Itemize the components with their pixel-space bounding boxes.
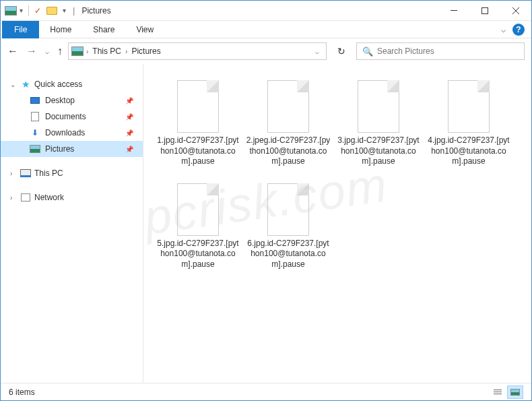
file-thumbnail bbox=[442, 80, 495, 133]
titlebar: ▾ ✓ ▾ | Pictures bbox=[1, 1, 531, 21]
sidebar-item-documents[interactable]: Documents 📌 bbox=[1, 109, 143, 125]
breadcrumb-pictures[interactable]: Pictures bbox=[129, 45, 163, 57]
this-pc-label: This PC bbox=[34, 168, 63, 178]
share-tab[interactable]: Share bbox=[82, 22, 125, 37]
svg-rect-0 bbox=[451, 10, 457, 11]
ribbon-right: ⌵ ? bbox=[501, 24, 531, 36]
titlebar-left: ▾ ✓ ▾ | Pictures bbox=[5, 5, 111, 16]
sidebar-item-label: Pictures bbox=[45, 144, 74, 154]
sidebar-item-label: Desktop bbox=[45, 96, 75, 105]
file-thumbnail bbox=[172, 80, 224, 133]
content-area: ⌄ ★ Quick access Desktop 📌 Documents 📌 ⬇… bbox=[1, 64, 531, 382]
qat-separator bbox=[28, 5, 29, 16]
search-input[interactable] bbox=[377, 47, 519, 56]
svg-rect-1 bbox=[482, 7, 488, 13]
address-bar-row: ← → ⌵ ↑ › This PC › Pictures ⌵ ↻ 🔍 bbox=[1, 38, 531, 64]
file-name: 5.jpg.id-C279F237.[python100@tutanota.co… bbox=[156, 239, 240, 270]
forward-button[interactable]: → bbox=[26, 45, 37, 57]
address-bar-end: ⌵ bbox=[315, 48, 323, 55]
new-folder-qat-icon[interactable] bbox=[46, 7, 57, 15]
file-item[interactable]: 5.jpg.id-C279F237.[python100@tutanota.co… bbox=[153, 181, 243, 273]
file-item[interactable]: 1.jpg.id-C279F237.[python100@tutanota.co… bbox=[153, 78, 243, 170]
maximize-icon bbox=[481, 7, 488, 14]
search-box[interactable]: 🔍 bbox=[356, 42, 525, 60]
crumb-sep-icon[interactable]: › bbox=[125, 48, 127, 55]
file-name: 1.jpg.id-C279F237.[python100@tutanota.co… bbox=[156, 135, 240, 167]
thumbnails-view-button[interactable] bbox=[507, 385, 523, 399]
crumb-sep-icon[interactable]: › bbox=[86, 48, 88, 55]
desktop-icon bbox=[30, 97, 40, 104]
sidebar-item-label: Downloads bbox=[45, 128, 85, 137]
title-separator: | bbox=[73, 5, 75, 16]
sidebar-item-desktop[interactable]: Desktop 📌 bbox=[1, 92, 143, 109]
address-bar[interactable]: › This PC › Pictures ⌵ bbox=[68, 42, 327, 60]
home-tab[interactable]: Home bbox=[39, 22, 82, 37]
details-view-icon bbox=[494, 390, 502, 394]
help-icon[interactable]: ? bbox=[512, 24, 525, 36]
breadcrumb-this-pc[interactable]: This PC bbox=[90, 45, 124, 57]
location-icon bbox=[71, 47, 84, 56]
window-controls bbox=[438, 1, 531, 21]
file-thumbnail bbox=[172, 183, 224, 236]
qat-dropdown-icon[interactable]: ▾ bbox=[20, 7, 23, 14]
expand-icon[interactable]: › bbox=[10, 170, 17, 177]
star-icon: ★ bbox=[20, 79, 32, 90]
history-dropdown-icon[interactable]: ⌵ bbox=[45, 48, 49, 55]
file-thumbnail bbox=[352, 80, 405, 133]
this-pc-node[interactable]: › This PC bbox=[1, 165, 143, 181]
maximize-button[interactable] bbox=[469, 1, 500, 21]
pin-icon: 📌 bbox=[125, 146, 133, 153]
network-icon bbox=[21, 193, 30, 202]
properties-qat-icon[interactable]: ✓ bbox=[34, 6, 44, 16]
pin-icon: 📌 bbox=[125, 97, 133, 104]
pin-icon: 📌 bbox=[125, 129, 133, 137]
view-toggle bbox=[490, 385, 523, 399]
file-item[interactable]: 4.jpg.id-C279F237.[python100@tutanota.co… bbox=[424, 78, 514, 170]
collapse-icon[interactable]: ⌄ bbox=[10, 81, 17, 88]
files-view[interactable]: 1.jpg.id-C279F237.[python100@tutanota.co… bbox=[143, 64, 531, 382]
close-button[interactable] bbox=[500, 1, 531, 21]
pictures-icon bbox=[30, 145, 40, 153]
nav-arrows: ← → ⌵ ↑ bbox=[7, 45, 63, 57]
back-button[interactable]: ← bbox=[7, 45, 18, 57]
close-icon bbox=[512, 7, 519, 14]
up-button[interactable]: ↑ bbox=[57, 45, 63, 57]
status-bar: 6 items bbox=[1, 383, 531, 400]
window-title: Pictures bbox=[81, 6, 110, 16]
search-icon: 🔍 bbox=[362, 47, 373, 57]
ribbon-expand-icon[interactable]: ⌵ bbox=[501, 25, 506, 34]
file-thumbnail bbox=[262, 183, 314, 236]
navigation-pane[interactable]: ⌄ ★ Quick access Desktop 📌 Documents 📌 ⬇… bbox=[1, 64, 143, 382]
download-icon: ⬇ bbox=[32, 128, 38, 137]
pin-icon: 📌 bbox=[125, 113, 133, 121]
file-name: 3.jpg.id-C279F237.[python100@tutanota.co… bbox=[336, 135, 421, 167]
network-label: Network bbox=[34, 193, 64, 202]
pc-icon bbox=[20, 169, 31, 177]
minimize-icon bbox=[451, 10, 457, 11]
address-dropdown-icon[interactable]: ⌵ bbox=[315, 48, 319, 55]
qat-customize-icon[interactable]: ▾ bbox=[63, 7, 66, 14]
file-item[interactable]: 2.jpeg.id-C279F237.[python100@tutanota.c… bbox=[243, 78, 333, 170]
file-thumbnail bbox=[262, 80, 314, 133]
ribbon-tabs: File Home Share View ⌵ ? bbox=[1, 21, 531, 38]
refresh-button[interactable]: ↻ bbox=[337, 46, 345, 57]
quick-access-node[interactable]: ⌄ ★ Quick access bbox=[1, 76, 143, 92]
expand-icon[interactable]: › bbox=[10, 194, 17, 202]
file-name: 4.jpg.id-C279F237.[python100@tutanota.co… bbox=[426, 135, 511, 167]
thumbnails-view-icon bbox=[510, 389, 520, 396]
file-item[interactable]: 6.jpg.id-C279F237.[python100@tutanota.co… bbox=[243, 181, 333, 273]
network-node[interactable]: › Network bbox=[1, 189, 143, 206]
item-count: 6 items bbox=[9, 388, 35, 397]
view-tab[interactable]: View bbox=[125, 22, 164, 37]
sidebar-item-pictures[interactable]: Pictures 📌 bbox=[1, 141, 143, 157]
file-item[interactable]: 3.jpg.id-C279F237.[python100@tutanota.co… bbox=[333, 78, 424, 170]
sidebar-item-downloads[interactable]: ⬇ Downloads 📌 bbox=[1, 125, 143, 141]
file-name: 6.jpg.id-C279F237.[python100@tutanota.co… bbox=[246, 239, 331, 270]
sidebar-item-label: Documents bbox=[45, 112, 86, 121]
details-view-button[interactable] bbox=[490, 385, 506, 399]
document-icon bbox=[31, 112, 39, 121]
file-tab[interactable]: File bbox=[2, 21, 39, 38]
explorer-app-icon[interactable] bbox=[5, 6, 17, 16]
quick-access-label: Quick access bbox=[34, 80, 82, 89]
minimize-button[interactable] bbox=[438, 1, 469, 21]
